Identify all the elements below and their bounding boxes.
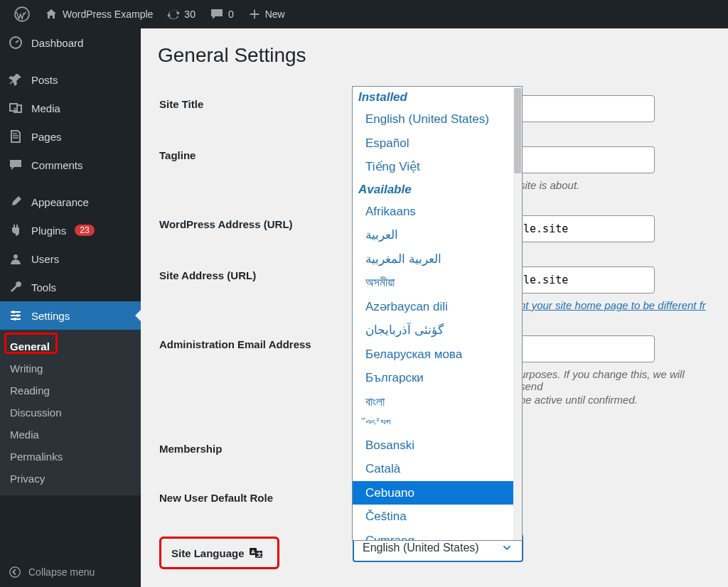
plug-icon	[9, 223, 23, 237]
sidebar-item-appearance[interactable]: Appearance	[0, 188, 141, 216]
lang-option[interactable]: অসমীয়া	[353, 271, 513, 295]
row-label-site-url: Site Address (URL)	[159, 255, 351, 323]
svg-point-7	[10, 567, 20, 577]
language-listbox[interactable]: Installed English (United States) Españo…	[352, 86, 523, 541]
media-icon	[9, 101, 23, 115]
chevron-down-icon	[500, 542, 513, 554]
comment-icon	[210, 7, 224, 21]
updates-count: 30	[184, 9, 196, 20]
lang-option[interactable]: Беларуская мова	[353, 343, 513, 367]
wordpress-icon	[14, 6, 30, 22]
svg-text:文: 文	[256, 551, 262, 558]
lang-option[interactable]: Azərbaycan dili	[353, 295, 513, 319]
listbox-scrollbar-track[interactable]	[513, 87, 522, 540]
submenu-reading[interactable]: Reading	[0, 379, 141, 402]
updates-link[interactable]: 30	[160, 8, 203, 21]
sidebar-label-comments: Comments	[31, 159, 83, 171]
svg-text:A: A	[251, 549, 255, 555]
sidebar-label-pages: Pages	[31, 131, 62, 143]
new-label: New	[265, 9, 285, 20]
listbox-scrollbar-thumb[interactable]	[514, 88, 521, 173]
sidebar-item-plugins[interactable]: Plugins 23	[0, 216, 141, 244]
page-title: General Settings	[158, 44, 711, 67]
submenu-permalinks[interactable]: Permalinks	[0, 446, 141, 468]
collapse-menu-button[interactable]: Collapse menu	[0, 557, 141, 587]
plugins-update-badge: 23	[75, 225, 94, 236]
sidebar-label-settings: Settings	[31, 310, 70, 322]
sidebar-label-tools: Tools	[31, 281, 56, 294]
site-name-label: WordPress Example	[63, 9, 153, 20]
submenu-general[interactable]: General	[0, 335, 141, 357]
refresh-icon	[167, 8, 180, 21]
site-url-help-link[interactable]: nt your site home page to be different f…	[520, 299, 706, 311]
sidebar-item-settings[interactable]: Settings	[0, 301, 141, 330]
lang-option[interactable]: Cymraeg	[353, 529, 513, 541]
lang-option[interactable]: English (United States)	[353, 107, 513, 131]
wp-logo-button[interactable]	[7, 6, 37, 22]
admin-bar: WordPress Example 30 0 New	[0, 0, 728, 28]
row-label-site-language: Site Language A文	[159, 519, 351, 583]
sidebar-item-tools[interactable]: Tools	[0, 273, 141, 301]
pages-icon	[9, 129, 23, 144]
settings-submenu: General Writing Reading Discussion Media…	[0, 330, 141, 495]
sidebar-label-appearance: Appearance	[31, 196, 89, 208]
site-language-highlight-box: Site Language A文	[159, 537, 279, 569]
sidebar-item-users[interactable]: Users	[0, 244, 141, 273]
lang-option[interactable]: Español	[353, 131, 513, 156]
pin-icon	[9, 72, 23, 87]
translation-icon: A文	[249, 546, 263, 560]
lang-option[interactable]: བོད་ཡིག	[353, 414, 513, 433]
svg-point-4	[12, 311, 15, 313]
submenu-media[interactable]: Media	[0, 424, 141, 446]
lang-option[interactable]: Čeština	[353, 505, 513, 529]
brush-icon	[9, 195, 23, 209]
lang-option-selected[interactable]: Cebuano	[353, 481, 513, 505]
lang-option[interactable]: Tiếng Việt	[353, 155, 513, 179]
comments-count: 0	[228, 9, 234, 20]
sidebar-label-posts: Posts	[31, 74, 58, 86]
sliders-icon	[9, 308, 23, 323]
lang-option[interactable]: Afrikaans	[353, 200, 513, 224]
submenu-privacy[interactable]: Privacy	[0, 468, 141, 490]
svg-point-3	[14, 254, 18, 259]
sidebar-item-dashboard[interactable]: Dashboard	[0, 28, 141, 57]
plus-icon	[248, 8, 261, 21]
svg-point-6	[14, 318, 16, 321]
lang-option[interactable]: বাংলা	[353, 390, 513, 414]
optgroup-installed-label: Installed	[353, 87, 513, 107]
home-icon	[44, 7, 58, 21]
lang-option[interactable]: العربية	[353, 223, 513, 247]
lang-option[interactable]: گؤنئی آذربایجان	[353, 318, 513, 343]
site-home-link[interactable]: WordPress Example	[37, 7, 160, 21]
row-label-membership: Membership	[159, 419, 351, 469]
lang-option[interactable]: Bosanski	[353, 433, 513, 458]
site-language-select-value: English (United States)	[363, 542, 479, 554]
sidebar-item-pages[interactable]: Pages	[0, 122, 141, 151]
site-language-label: Site Language	[171, 547, 245, 559]
row-label-tagline: Tagline	[159, 135, 351, 203]
row-label-site-title: Site Title	[159, 84, 351, 134]
new-content-link[interactable]: New	[241, 8, 292, 21]
sidebar-item-comments[interactable]: Comments	[0, 151, 141, 179]
lang-option[interactable]: العربية المغربية	[353, 247, 513, 271]
comments-link[interactable]: 0	[203, 7, 241, 21]
submenu-writing[interactable]: Writing	[0, 357, 141, 379]
wrench-icon	[9, 280, 23, 294]
submenu-discussion[interactable]: Discussion	[0, 402, 141, 424]
row-label-wp-url: WordPress Address (URL)	[159, 204, 351, 254]
optgroup-available-label: Available	[353, 179, 513, 200]
dashboard-icon	[9, 36, 23, 50]
collapse-label: Collapse menu	[28, 566, 95, 578]
row-label-default-role: New User Default Role	[159, 470, 351, 518]
sidebar-item-posts[interactable]: Posts	[0, 65, 141, 94]
sidebar-item-media[interactable]: Media	[0, 94, 141, 122]
users-icon	[9, 252, 23, 266]
row-label-admin-email: Administration Email Address	[159, 324, 351, 417]
sidebar-label-users: Users	[31, 253, 59, 265]
collapse-icon	[9, 566, 21, 578]
sidebar-label-plugins: Plugins	[31, 225, 66, 237]
admin-sidebar: Dashboard Posts Media Pages Comments App…	[0, 28, 141, 587]
lang-option[interactable]: Български	[353, 366, 513, 390]
sidebar-label-dashboard: Dashboard	[31, 37, 83, 49]
lang-option[interactable]: Català	[353, 457, 513, 481]
